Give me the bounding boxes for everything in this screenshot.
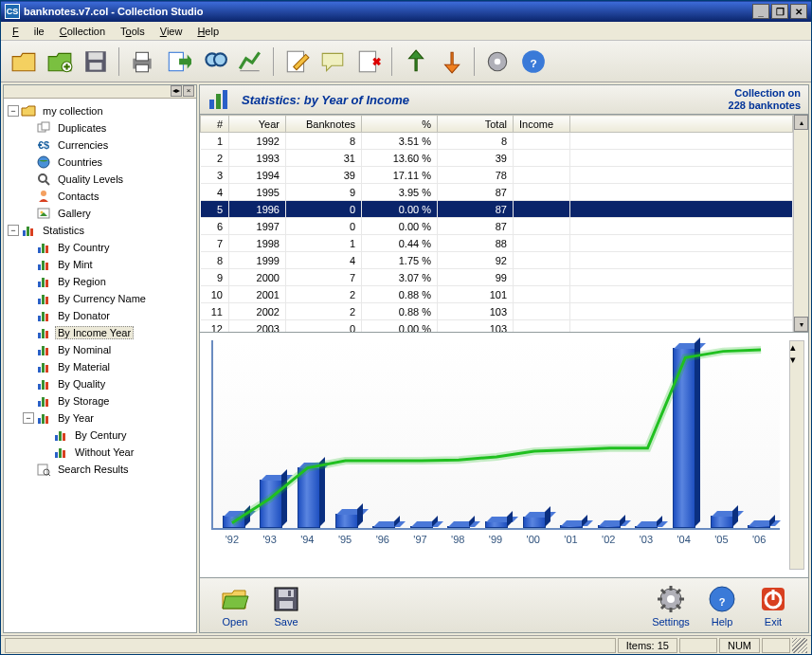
svg-rect-30 — [38, 247, 41, 253]
tree-stats-by-material[interactable]: By Material — [6, 358, 194, 375]
svg-rect-56 — [45, 382, 48, 390]
table-row[interactable]: 4199593.95 %87 — [201, 184, 793, 201]
titlebar[interactable]: CS banknotes.v7.col - Collection Studio … — [1, 1, 811, 22]
lock-icon — [355, 48, 382, 75]
toolbar-chart-button[interactable] — [233, 45, 267, 79]
minimize-button[interactable]: _ — [752, 4, 769, 19]
tree-gallery[interactable]: Gallery — [6, 205, 194, 222]
tree-stats-by-country[interactable]: By Country — [6, 239, 194, 256]
status-main — [5, 638, 616, 653]
svg-rect-40 — [42, 295, 45, 304]
table-row[interactable]: 1199283.51 %8 — [201, 133, 793, 150]
tree-by-year[interactable]: −By Year — [6, 409, 194, 427]
menu-collection[interactable]: Collection — [52, 24, 113, 39]
menu-file[interactable]: File — [5, 24, 52, 39]
help-button[interactable]: ? Help — [696, 582, 748, 629]
tree-stats-by-donator[interactable]: By Donator — [6, 307, 194, 324]
svg-rect-34 — [42, 261, 45, 270]
tree-stats-by-region[interactable]: By Region — [6, 273, 194, 290]
tree-countries[interactable]: Countries — [6, 154, 194, 171]
settings-button[interactable]: Settings — [645, 582, 696, 629]
toolbar-settings-gear-button[interactable] — [480, 45, 514, 79]
svg-point-80 — [667, 595, 675, 603]
table-row[interactable]: 6199700.00 %87 — [201, 218, 793, 235]
table-row[interactable]: 9200073.07 %99 — [201, 269, 793, 286]
chart-scroll-down[interactable]: ▾ — [790, 354, 803, 366]
menu-tools[interactable]: Tools — [113, 24, 153, 39]
tree-quality-levels[interactable]: Quality Levels — [6, 171, 194, 188]
toolbar-export-button[interactable] — [161, 45, 195, 79]
svg-rect-67 — [59, 448, 62, 458]
toolbar-add-folder-button[interactable] — [43, 45, 77, 79]
svg-rect-39 — [38, 299, 41, 304]
menu-help[interactable]: Help — [189, 24, 226, 39]
tree-root[interactable]: −my collection — [6, 102, 194, 119]
tree-stats-by-storage[interactable]: By Storage — [6, 392, 194, 409]
chart-scrollbar[interactable]: ▴ ▾ — [789, 340, 804, 570]
toolbar-lock-button[interactable] — [352, 45, 386, 79]
settings-gear-icon — [484, 48, 511, 75]
expand-toggle[interactable]: − — [8, 105, 19, 117]
table-row[interactable]: 8199941.75 %92 — [201, 252, 793, 269]
tree-contacts[interactable]: Contacts — [6, 188, 194, 205]
open-button[interactable]: Open — [209, 582, 261, 629]
toolbar-help-button[interactable]: ? — [516, 45, 550, 79]
toolbar-open-folder-button[interactable] — [7, 45, 41, 79]
sidebar-collapse-button[interactable]: ◂▸ — [171, 85, 182, 97]
tree-label: By Mint — [55, 258, 96, 271]
maximize-button[interactable]: ❐ — [771, 4, 788, 19]
table-row[interactable]: 5199600.00 %87 — [201, 201, 793, 218]
tree-icon — [36, 359, 51, 374]
data-table[interactable]: # Year Banknotes % Total Income 1199283.… — [199, 115, 809, 333]
col-income[interactable]: Income — [514, 116, 570, 133]
table-row[interactable]: 219933113.60 %39 — [201, 150, 793, 167]
toolbar-comment-button[interactable] — [316, 45, 350, 79]
expand-toggle[interactable]: − — [23, 412, 34, 424]
toolbar-download-orange-button[interactable] — [434, 45, 468, 79]
expand-toggle[interactable]: − — [8, 225, 19, 236]
chart-icon — [208, 88, 230, 111]
col-total[interactable]: Total — [438, 116, 514, 133]
scroll-up-button[interactable]: ▴ — [794, 115, 808, 130]
col-num[interactable]: # — [201, 116, 229, 133]
tree-stats-by-income-year[interactable]: By Income Year — [6, 324, 194, 341]
tree-label: By Century — [72, 428, 129, 442]
toolbar-upload-green-button[interactable] — [398, 45, 432, 79]
table-row[interactable]: 319943917.11 %78 — [201, 167, 793, 184]
toolbar-print-button[interactable] — [125, 45, 159, 79]
toolbar-edit-note-button[interactable] — [280, 45, 314, 79]
exit-label: Exit — [765, 616, 782, 628]
tree-stats-by-mint[interactable]: By Mint — [6, 256, 194, 273]
tree-statistics[interactable]: −Statistics — [6, 222, 194, 239]
toolbar-save-button[interactable] — [79, 45, 113, 79]
table-scrollbar[interactable]: ▴ ▾ — [793, 115, 808, 332]
tree-search-results[interactable]: Search Results — [6, 461, 194, 478]
tree-by-century[interactable]: By Century — [6, 427, 194, 444]
table-row[interactable]: 11200220.88 %103 — [201, 303, 793, 320]
tree-label: Currencies — [55, 138, 111, 152]
tree-view[interactable]: −my collectionDuplicates€$CurrenciesCoun… — [4, 99, 196, 632]
scroll-down-button[interactable]: ▾ — [794, 317, 808, 332]
table-row[interactable]: 7199810.44 %88 — [201, 235, 793, 252]
sidebar-close-button[interactable]: × — [183, 85, 194, 97]
tree-icon — [36, 291, 51, 306]
menu-view[interactable]: View — [153, 24, 190, 39]
exit-button[interactable]: Exit — [748, 582, 799, 629]
tree-duplicates[interactable]: Duplicates — [6, 119, 194, 136]
tree-stats-by-nominal[interactable]: By Nominal — [6, 341, 194, 358]
col-pct[interactable]: % — [362, 116, 438, 133]
tree-stats-by-currency-name[interactable]: By Currency Name — [6, 290, 194, 307]
col-banknotes[interactable]: Banknotes — [286, 116, 362, 133]
chart-scroll-up[interactable]: ▴ — [790, 341, 803, 354]
tree-stats-by-quality[interactable]: By Quality — [6, 375, 194, 392]
tree-without-year[interactable]: Without Year — [6, 444, 194, 461]
table-row[interactable]: 10200120.88 %101 — [201, 286, 793, 303]
col-year[interactable]: Year — [229, 116, 286, 133]
save-button[interactable]: Save — [261, 582, 312, 629]
resize-grip[interactable] — [792, 638, 807, 653]
close-button[interactable]: ✕ — [790, 4, 807, 19]
table-row[interactable]: 12200300.00 %103 — [201, 320, 793, 333]
add-folder-icon — [46, 48, 73, 75]
tree-currencies[interactable]: €$Currencies — [6, 136, 194, 154]
toolbar-find-button[interactable] — [197, 45, 231, 79]
